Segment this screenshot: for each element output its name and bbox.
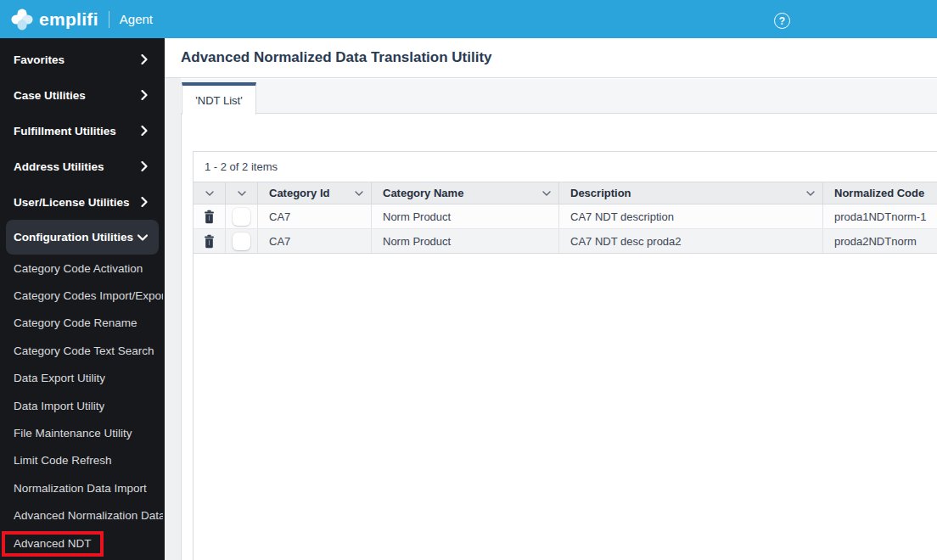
help-glyph: ? <box>779 15 785 27</box>
pager-status: 1 - 2 of 2 items <box>194 152 937 182</box>
category-name-cell: Norm Product <box>372 204 559 228</box>
select-cell <box>226 204 258 228</box>
column-header-category-id[interactable]: Category Id <box>258 182 372 204</box>
chevron-down-icon <box>137 234 148 241</box>
row-checkbox[interactable] <box>233 208 250 226</box>
sidebar-subitem-file-maintenance-utility[interactable]: File Maintenance Utility <box>0 419 165 446</box>
sidebar-subitem-advanced-normalization-data[interactable]: Advanced Normalization Data <box>0 502 165 529</box>
chevron-right-icon <box>141 90 148 100</box>
column-header-normalized-code[interactable]: Normalized Code <box>823 182 937 204</box>
content-panel-border <box>181 114 182 560</box>
delete-row-button[interactable] <box>203 234 216 249</box>
column-header-delete[interactable] <box>194 182 226 204</box>
sidebar-subitem-data-import-utility[interactable]: Data Import Utility <box>0 392 165 419</box>
description-cell: CA7 NDT description <box>559 204 823 228</box>
brand-divider <box>109 11 109 28</box>
sidebar-item-user-license-utilities[interactable]: User/License Utilities <box>0 184 165 220</box>
column-header-select[interactable] <box>226 182 258 204</box>
sidebar-top-sections: Favorites Case Utilities Fulfillment Uti… <box>0 38 165 255</box>
category-name-cell: Norm Product <box>372 229 559 253</box>
tab-label: 'NDT List' <box>195 94 242 107</box>
sidebar-subitem-category-code-text-search[interactable]: Category Code Text Search <box>0 337 165 364</box>
sidebar-subitem-limit-code-refresh[interactable]: Limit Code Refresh <box>0 447 165 474</box>
sidebar-item-configuration-utilities[interactable]: Configuration Utilities <box>6 220 159 255</box>
page-header: Advanced Normalized Data Translation Uti… <box>165 38 937 78</box>
table-row: CA7 Norm Product CA7 NDT description pro… <box>194 204 937 229</box>
sidebar-subitem-normalization-data-import[interactable]: Normalization Data Import <box>0 474 165 501</box>
column-header-category-name[interactable]: Category Name <box>372 182 559 204</box>
sidebar-configuration-submenu: Category Code Activation Category Codes … <box>0 255 165 557</box>
brand-product-name: Agent <box>120 12 153 26</box>
sidebar-item-case-utilities[interactable]: Case Utilities <box>0 77 165 113</box>
sidebar-item-favorites[interactable]: Favorites <box>0 42 165 77</box>
chevron-right-icon <box>141 54 148 64</box>
table-row: CA7 Norm Product CA7 NDT desc proda2 pro… <box>194 229 937 254</box>
sidebar: Favorites Case Utilities Fulfillment Uti… <box>0 38 165 560</box>
column-menu-chevron-icon <box>205 191 214 196</box>
chevron-right-icon <box>141 161 148 171</box>
chevron-right-icon <box>141 197 148 207</box>
description-cell: CA7 NDT desc proda2 <box>559 229 823 253</box>
ndt-data-grid: 1 - 2 of 2 items Category Id Category Na… <box>193 151 937 560</box>
select-cell <box>226 229 258 253</box>
column-menu-chevron-icon <box>355 191 363 196</box>
normalized-code-cell: proda1NDTnorm-1 <box>823 204 937 228</box>
delete-cell <box>194 204 226 228</box>
page-title: Advanced Normalized Data Translation Uti… <box>181 49 492 66</box>
emplifi-logo-icon <box>11 8 33 31</box>
column-menu-chevron-icon <box>238 191 246 196</box>
tab-ndt-list[interactable]: 'NDT List' <box>182 82 256 115</box>
delete-row-button[interactable] <box>203 210 216 224</box>
column-header-description[interactable]: Description <box>559 182 823 204</box>
column-menu-chevron-icon <box>542 191 551 196</box>
sidebar-content-gutter <box>165 78 181 560</box>
brand: emplifi Agent <box>0 8 153 31</box>
help-icon[interactable]: ? <box>774 13 790 29</box>
sidebar-subitem-category-code-rename[interactable]: Category Code Rename <box>0 310 165 337</box>
sidebar-item-fulfillment-utilities[interactable]: Fulfillment Utilities <box>0 113 165 148</box>
column-menu-chevron-icon <box>806 191 815 196</box>
sidebar-subitem-category-code-activation[interactable]: Category Code Activation <box>0 255 165 282</box>
category-id-cell: CA7 <box>258 229 372 253</box>
normalized-code-cell: proda2NDTnorm <box>823 229 937 253</box>
tab-strip <box>181 79 937 114</box>
chevron-right-icon <box>141 126 148 136</box>
sidebar-item-address-utilities[interactable]: Address Utilities <box>0 148 165 184</box>
brand-name: emplifi <box>39 9 98 30</box>
sidebar-subitem-category-codes-import-export[interactable]: Category Codes Import/Export <box>0 282 165 309</box>
delete-cell <box>194 229 226 253</box>
sidebar-subitem-data-export-utility[interactable]: Data Export Utility <box>0 365 165 392</box>
grid-header-row: Category Id Category Name Description No… <box>194 182 937 204</box>
sidebar-subitem-advanced-ndt[interactable]: Advanced NDT <box>0 529 165 557</box>
top-app-bar: emplifi Agent ? <box>0 0 937 38</box>
trash-icon <box>203 210 216 224</box>
trash-icon <box>203 234 216 249</box>
row-checkbox[interactable] <box>233 232 250 250</box>
category-id-cell: CA7 <box>258 204 372 228</box>
